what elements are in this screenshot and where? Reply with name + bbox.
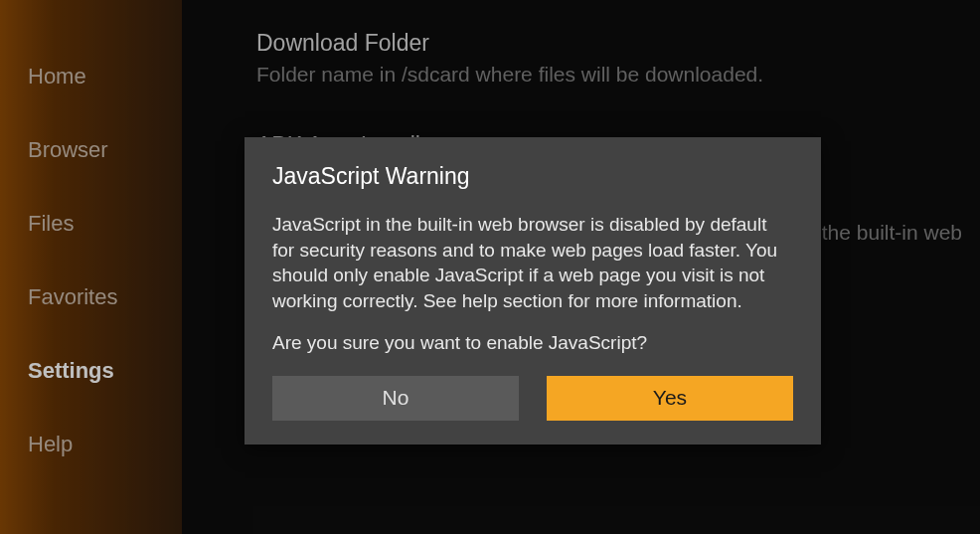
dialog-buttons: No Yes	[272, 376, 793, 421]
no-button[interactable]: No	[272, 376, 519, 421]
dialog-body: JavaScript in the built-in web browser i…	[272, 212, 793, 314]
javascript-warning-dialog: JavaScript Warning JavaScript in the bui…	[245, 137, 821, 445]
dialog-overlay: JavaScript Warning JavaScript in the bui…	[0, 0, 980, 534]
dialog-confirm-text: Are you sure you want to enable JavaScri…	[272, 332, 793, 354]
dialog-title: JavaScript Warning	[272, 163, 793, 190]
yes-button[interactable]: Yes	[547, 376, 793, 421]
